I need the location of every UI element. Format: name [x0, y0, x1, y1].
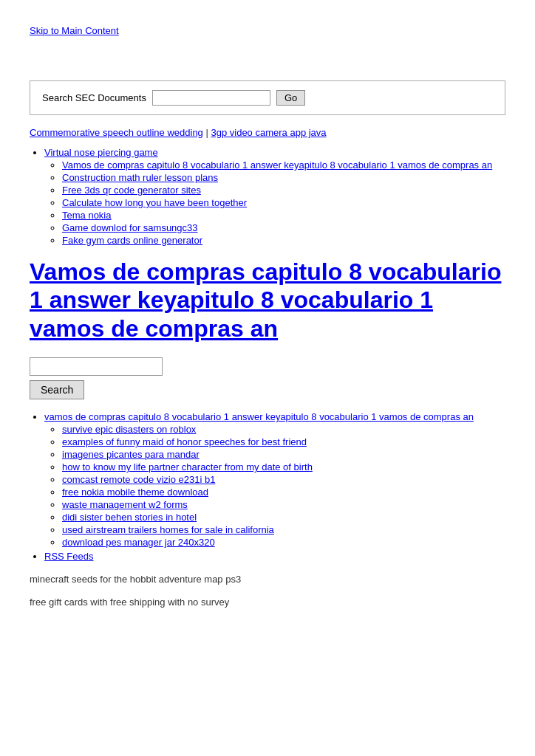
- nav-subitem-3[interactable]: Calculate how long you have been togethe…: [62, 197, 247, 208]
- footer-line-2: free gift cards with free shipping with …: [30, 597, 505, 608]
- search-input[interactable]: [30, 357, 163, 376]
- result-subitem-1[interactable]: examples of funny maid of honor speeches…: [62, 436, 307, 447]
- results-list: vamos de compras capitulo 8 vocabulario …: [30, 411, 505, 562]
- result-subitem-7[interactable]: didi sister behen stories in hotel: [62, 512, 197, 523]
- breadcrumb-separator: |: [203, 127, 211, 138]
- breadcrumb-link-1[interactable]: Commemorative speech outline wedding: [30, 127, 203, 138]
- footer-line-1: minecraft seeds for the hobbit adventure…: [30, 574, 505, 585]
- result-item-0[interactable]: vamos de compras capitulo 8 vocabulario …: [44, 411, 474, 422]
- result-subitem-8[interactable]: used airstream trailers homes for sale i…: [62, 524, 274, 535]
- main-nav-list: Virtual nose piercing game Vamos de comp…: [30, 147, 505, 246]
- result-subitem-9[interactable]: download pes manager jar 240x320: [62, 537, 215, 548]
- result-subitem-5[interactable]: free nokia mobile theme download: [62, 487, 208, 498]
- result-item-rss[interactable]: RSS Feeds: [44, 551, 93, 562]
- breadcrumb-link-2[interactable]: 3gp video camera app java: [211, 127, 326, 138]
- nav-subitem-4[interactable]: Tema nokia: [62, 210, 111, 221]
- nav-subitem-0[interactable]: Vamos de compras capitulo 8 vocabulario …: [62, 159, 492, 171]
- nav-subitem-1[interactable]: Construction math ruler lesson plans: [62, 172, 218, 183]
- result-subitem-2[interactable]: imagenes picantes para mandar: [62, 449, 200, 460]
- result-subitem-4[interactable]: comcast remote code vizio e231i b1: [62, 474, 215, 485]
- search-sec-label: Search SEC Documents: [42, 92, 146, 103]
- search-block: Search: [30, 357, 505, 399]
- breadcrumb: Commemorative speech outline wedding | 3…: [30, 127, 505, 138]
- search-button[interactable]: Search: [30, 380, 84, 399]
- skip-to-main-link[interactable]: Skip to Main Content: [30, 25, 119, 36]
- search-sec-container: Search SEC Documents Go: [30, 80, 505, 115]
- nav-subitem-2[interactable]: Free 3ds qr code generator sites: [62, 185, 201, 196]
- search-sec-input[interactable]: [152, 90, 270, 106]
- main-heading-link[interactable]: Vamos de compras capitulo 8 vocabulario …: [30, 258, 501, 342]
- nav-subitem-6[interactable]: Fake gym cards online generator: [62, 235, 202, 246]
- result-subitem-3[interactable]: how to know my life partner character fr…: [62, 461, 313, 472]
- nav-subitem-5[interactable]: Game downlod for samsungc33: [62, 222, 198, 233]
- nav-item-virtual-nose[interactable]: Virtual nose piercing game: [44, 147, 158, 158]
- search-sec-button[interactable]: Go: [276, 90, 305, 106]
- result-subitem-6[interactable]: waste management w2 forms: [62, 499, 188, 510]
- result-subitem-0[interactable]: survive epic disasters on roblox: [62, 424, 196, 435]
- main-heading-container: Vamos de compras capitulo 8 vocabulario …: [30, 258, 505, 343]
